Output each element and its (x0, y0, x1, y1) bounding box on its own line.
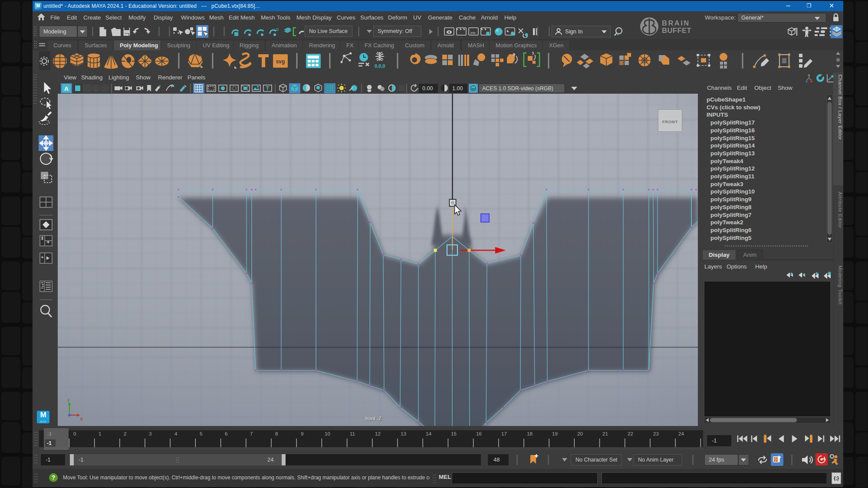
svg-text:1.00: 1.00 (452, 85, 463, 92)
svg-text:M: M (36, 3, 40, 8)
svg-text:17: 17 (501, 431, 507, 436)
svg-text:on: on (472, 87, 475, 90)
svg-text:y: y (67, 397, 70, 402)
svg-text:6: 6 (225, 431, 227, 436)
svg-text:19: 19 (552, 431, 558, 436)
svg-text:1: 1 (99, 431, 101, 436)
svg-text:x: x (80, 416, 83, 421)
svg-text:8: 8 (275, 431, 278, 436)
svg-text:-1: -1 (47, 440, 52, 446)
svg-text:2: 2 (124, 431, 126, 436)
svg-text:4: 4 (174, 431, 178, 436)
svg-text:0: 0 (73, 431, 76, 436)
svg-text:16: 16 (476, 431, 482, 436)
svg-text:0.00: 0.00 (422, 85, 433, 92)
svg-text:A: A (64, 85, 69, 92)
svg-text:23: 23 (653, 431, 659, 436)
svg-text:24: 24 (678, 431, 684, 436)
svg-text:5: 5 (200, 431, 202, 436)
svg-text:ACES 1.0 SDR-video (sRGB): ACES 1.0 SDR-video (sRGB) (482, 85, 553, 92)
svg-text:7: 7 (250, 431, 253, 436)
svg-text:BRAIN: BRAIN (662, 19, 690, 27)
svg-text:13: 13 (401, 431, 406, 436)
svg-text:FRONT: FRONT (662, 119, 678, 124)
svg-text:IPR: IPR (470, 32, 476, 35)
svg-text:T: T (266, 85, 270, 92)
svg-text:22: 22 (628, 431, 633, 436)
svg-text:3: 3 (149, 431, 151, 436)
svg-text:10: 10 (325, 431, 330, 436)
svg-text:-1: -1 (47, 431, 52, 436)
svg-text:12: 12 (375, 431, 381, 436)
svg-text:svg: svg (276, 59, 285, 65)
svg-text:21: 21 (602, 431, 608, 436)
svg-text:BUFFET: BUFFET (662, 26, 691, 34)
svg-text:front -Z: front -Z (365, 416, 381, 421)
svg-text:20: 20 (577, 431, 583, 436)
svg-text:11: 11 (350, 431, 355, 436)
svg-text:18: 18 (527, 431, 533, 436)
svg-text:14: 14 (426, 431, 431, 436)
svg-text:15: 15 (451, 431, 457, 436)
svg-text:0,0,0: 0,0,0 (375, 63, 385, 69)
svg-text:9: 9 (301, 431, 303, 436)
